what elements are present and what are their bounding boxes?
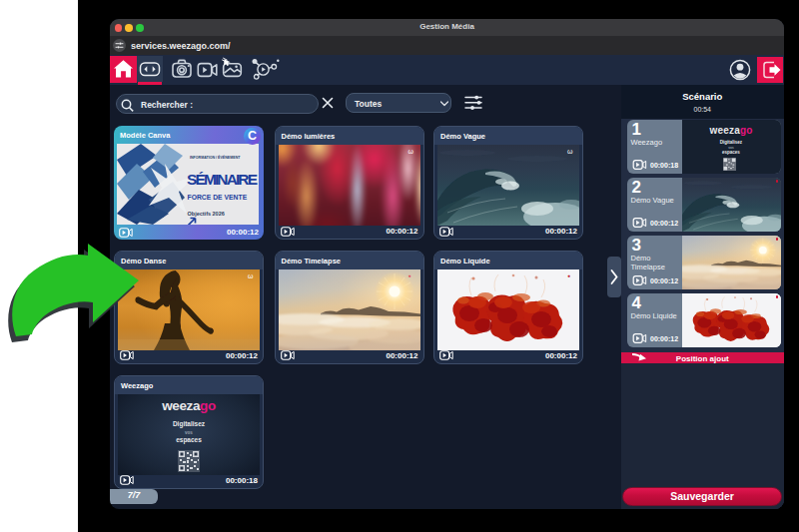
svg-text:FORCE DE VENTE: FORCE DE VENTE bbox=[188, 194, 248, 201]
svg-text:Objectifs 2026: Objectifs 2026 bbox=[188, 211, 225, 217]
svg-text:SÉMINAIRE: SÉMINAIRE bbox=[187, 171, 258, 188]
svg-text:INFORMATION / ÉVÉNEMENT: INFORMATION / ÉVÉNEMENT bbox=[190, 155, 241, 160]
